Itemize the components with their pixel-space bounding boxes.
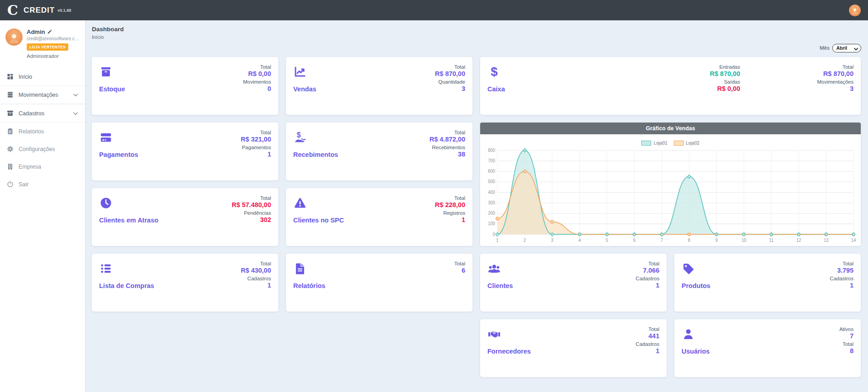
- users-icon: [487, 262, 501, 275]
- stat-label: Ativos: [839, 326, 854, 332]
- card-title: Usuários: [682, 348, 710, 355]
- chart-line-icon: [293, 65, 307, 79]
- stat-value: R$ 4.872,00: [429, 136, 465, 143]
- handshake-icon: [487, 327, 501, 341]
- stat-value: 6: [454, 267, 465, 274]
- profile-email: credit@anronsoftware.co...: [27, 36, 80, 41]
- sidebar-item-empresa[interactable]: Empresa: [0, 158, 85, 175]
- card-title: Clientes: [487, 282, 513, 289]
- month-filter-label: Mês: [820, 45, 830, 51]
- stat-label: Total: [830, 261, 854, 266]
- legend-item-loja01[interactable]: Loja01: [641, 141, 667, 146]
- stat-column: TotalR$ 228,00Registros1: [435, 194, 465, 240]
- stat-label: Registros: [435, 210, 465, 216]
- stat-label: Total: [636, 326, 659, 332]
- card-estoque[interactable]: Estoque TotalR$ 0,00Movimentos0: [92, 57, 278, 115]
- tag-icon: [682, 262, 695, 275]
- card-caixa[interactable]: $ Caixa EntradasR$ 870,00SaídasR$ 0,00To…: [480, 57, 861, 115]
- card-title: Recebimentos: [293, 151, 338, 158]
- card-fornecedores[interactable]: Fornecedores Total441Cadastros1: [480, 319, 667, 377]
- breadcrumb: Início: [92, 34, 861, 40]
- sidebar-item-inicio[interactable]: Início: [0, 68, 85, 85]
- svg-text:13: 13: [824, 238, 829, 243]
- chevron-down-icon: [72, 92, 79, 98]
- card-recebimentos[interactable]: $ Recebimentos TotalR$ 4.872,00Recebimen…: [286, 123, 472, 180]
- svg-text:$: $: [491, 65, 497, 79]
- stat-value: 1: [241, 151, 271, 158]
- stat-label: Quantidade: [435, 79, 465, 85]
- sidebar-item-label: Sair: [19, 181, 29, 188]
- sidebar-item-label: Movimentações: [19, 92, 58, 98]
- main-content: Dashboard Início Mês Abril Estoque Total…: [85, 20, 868, 392]
- stat-value: 1: [241, 282, 271, 289]
- stat-value: 7: [839, 332, 854, 340]
- stat-column: TotalR$ 321,00Pagamentos1: [241, 129, 271, 174]
- sidebar-item-sair[interactable]: Sair: [0, 175, 85, 193]
- card-clientes[interactable]: Clientes Total7.066Cadastros1: [480, 254, 667, 312]
- card-atraso[interactable]: Clientes em Atraso TotalR$ 57.480,00Pend…: [92, 188, 278, 246]
- stat-value: R$ 57.480,00: [232, 201, 271, 208]
- card-compras[interactable]: Lista de Compras TotalR$ 430,00Cadastros…: [92, 254, 278, 312]
- power-icon: [6, 180, 14, 188]
- card-title: Clientes no SPC: [293, 217, 344, 224]
- page-title: Dashboard: [92, 26, 861, 33]
- list-icon: [99, 262, 113, 275]
- legend-swatch: [641, 141, 651, 146]
- stat-column: TotalR$ 4.872,00Recebimentos38: [429, 129, 465, 174]
- svg-text:11: 11: [769, 238, 773, 243]
- stat-value: 38: [429, 151, 465, 158]
- card-usuarios[interactable]: Usuários Ativos7Total8: [674, 319, 861, 377]
- stat-value: 1: [636, 347, 659, 354]
- user-icon: [682, 327, 695, 341]
- stat-value: 7.066: [636, 267, 659, 274]
- sidebar-item-movimentacoes[interactable]: Movimentações: [0, 85, 85, 104]
- hand-dollar-icon: $: [293, 131, 307, 144]
- svg-text:1: 1: [496, 238, 498, 243]
- card-produtos[interactable]: Produtos Total3.795Cadastros1: [674, 254, 861, 312]
- stat-label: Pendências: [232, 210, 271, 216]
- stat-column: Total6: [454, 260, 465, 305]
- card-title: Fornecedores: [487, 348, 531, 355]
- stat-value: 302: [232, 216, 271, 223]
- brand-name: CREDIT: [24, 6, 55, 15]
- stat-label: Saídas: [710, 79, 740, 85]
- user-avatar[interactable]: [849, 5, 861, 16]
- month-select[interactable]: Abril: [832, 44, 861, 52]
- stat-label: Cadastros: [830, 276, 854, 281]
- stat-value: R$ 870,00: [817, 70, 854, 77]
- stat-label: Total: [241, 130, 271, 135]
- stat-label: Pagamentos: [241, 145, 271, 150]
- stat-label: Total: [429, 130, 465, 135]
- profile-avatar[interactable]: [5, 28, 23, 46]
- stat-value: 3.795: [830, 267, 854, 274]
- archive-icon: [6, 109, 14, 117]
- database-icon: [6, 91, 14, 99]
- card-pagamentos[interactable]: Pagamentos TotalR$ 321,00Pagamentos1: [92, 123, 278, 180]
- stat-label: Movimentos: [243, 79, 271, 85]
- legend-item-loja02[interactable]: Loja02: [674, 141, 700, 146]
- sidebar-item-configuracoes[interactable]: Configurações: [0, 140, 85, 158]
- chart-legend: Loja01Loja02: [480, 141, 861, 146]
- chart-title: Gráfico de Vendas: [480, 123, 861, 134]
- sidebar-item-cadastros[interactable]: Cadastros: [0, 104, 85, 123]
- stat-label: Cadastros: [636, 276, 659, 281]
- sidebar: Admin credit@anronsoftware.co... LOJA VE…: [0, 20, 85, 392]
- legend-label: Loja02: [686, 141, 700, 146]
- sidebar-item-label: Empresa: [19, 164, 41, 170]
- sidebar-item-relatorios[interactable]: Relatórios: [0, 123, 85, 140]
- stat-value: 8: [839, 347, 854, 354]
- card-relatorios[interactable]: Relatórios Total6: [286, 254, 472, 312]
- stat-label: Total: [435, 64, 465, 70]
- app-logo[interactable]: C: [7, 4, 18, 17]
- card-spc[interactable]: Clientes no SPC TotalR$ 228,00Registros1: [286, 188, 472, 246]
- stat-column: TotalR$ 0,00Movimentos0: [243, 63, 271, 109]
- stat-label: Movimentações: [817, 79, 854, 85]
- month-filter-row: Mês Abril: [92, 43, 861, 52]
- legend-label: Loja01: [653, 141, 667, 146]
- stat-value: R$ 870,00: [435, 70, 465, 77]
- card-vendas[interactable]: Vendas TotalR$ 870,00Quantidade3: [286, 57, 472, 115]
- svg-text:12: 12: [796, 238, 801, 243]
- edit-pencil-icon[interactable]: [47, 29, 52, 34]
- card-title: Produtos: [682, 282, 711, 289]
- card-title: Relatórios: [293, 282, 325, 289]
